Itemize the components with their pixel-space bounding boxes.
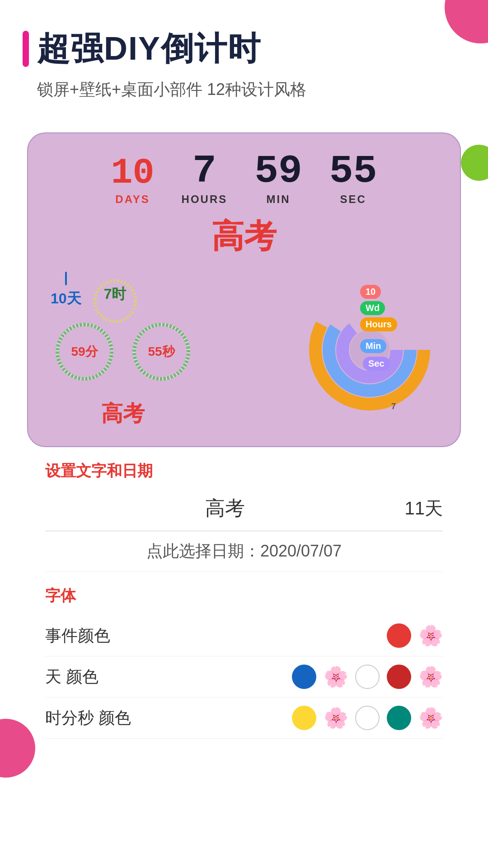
- timer-row: 10 DAYS 7 HOURS 59 MIN 55 SEC: [46, 151, 442, 206]
- days-count: 11天: [405, 496, 443, 521]
- widget-secs: 55秒: [127, 318, 195, 386]
- event-color-dot-red[interactable]: [387, 623, 411, 648]
- hms-color-dots: 🌸 🌸: [292, 706, 443, 730]
- deco-circle-green: [461, 145, 488, 181]
- min-label: MIN: [267, 193, 291, 206]
- page-wrapper: 超强DIY倒计时 锁屏+壁纸+桌面小部件 12种设计风格 10 DAYS 7 H…: [0, 0, 488, 868]
- widget-mins-label: 59分: [71, 343, 98, 360]
- left-widgets: 10天 7时: [51, 272, 195, 428]
- donut-days-label: 10: [360, 285, 381, 299]
- donut-num7-label: 7: [386, 400, 401, 413]
- app-subtitle: 锁屏+壁纸+桌面小部件 12种设计风格: [37, 79, 465, 101]
- days-number: 10: [111, 155, 155, 191]
- sec-unit: 55 SEC: [329, 151, 377, 206]
- donut-hours-label: Hours: [360, 317, 397, 331]
- widget-area: 10天 7时: [46, 272, 442, 428]
- sec-number: 55: [329, 151, 377, 191]
- widget-mins: 59分: [51, 318, 118, 386]
- day-color-flower1[interactable]: 🌸: [324, 665, 348, 689]
- donut-chart: 10 Wd Hours Min Sec 7: [302, 282, 437, 418]
- header: 超强DIY倒计时 锁屏+壁纸+桌面小部件 12种设计风格: [0, 0, 488, 114]
- app-title: 超强DIY倒计时: [37, 27, 261, 71]
- day-color-dot-darkred[interactable]: [387, 665, 411, 689]
- font-section-label: 字体: [45, 585, 443, 606]
- donut-sec-label: Sec: [363, 357, 390, 371]
- date-selector[interactable]: 点此选择日期：2020/07/07: [45, 540, 443, 572]
- widget-secs-label: 55秒: [148, 343, 174, 360]
- event-color-label: 事件颜色: [45, 625, 387, 647]
- event-color-row: 事件颜色 🌸: [45, 615, 443, 656]
- day-color-row: 天 颜色 🌸 🌸: [45, 656, 443, 698]
- hms-color-flower1[interactable]: 🌸: [324, 706, 348, 730]
- widget-row-bottom: 59分 55秒: [51, 318, 195, 386]
- sec-label: SEC: [340, 193, 366, 206]
- day-color-label: 天 颜色: [45, 666, 292, 688]
- widget-event-name: 高考: [51, 399, 195, 428]
- widget-days-text: 10天: [51, 289, 81, 309]
- hms-color-dot-yellow[interactable]: [292, 706, 316, 730]
- hms-color-row: 时分秒 颜色 🌸 🌸: [45, 698, 443, 739]
- hours-number: 7: [192, 151, 216, 191]
- donut-labels: 10 Wd Hours Min Sec 7: [302, 282, 437, 418]
- hours-unit: 7 HOURS: [182, 151, 228, 206]
- day-color-dots: 🌸 🌸: [292, 665, 443, 689]
- day-color-dot-white[interactable]: [355, 665, 380, 689]
- event-name-large: 高考: [46, 215, 442, 258]
- bottom-section: 设置文字和日期 高考 11天 点此选择日期：2020/07/07 字体 事件颜色…: [27, 447, 461, 752]
- hms-color-dot-teal[interactable]: [387, 706, 411, 730]
- donut-wd-label: Wd: [360, 301, 385, 315]
- min-unit: 59 MIN: [254, 151, 302, 206]
- day-color-dot-blue[interactable]: [292, 665, 316, 689]
- hms-color-dot-white[interactable]: [355, 706, 380, 730]
- day-color-flower2[interactable]: 🌸: [418, 665, 443, 689]
- main-card: 10 DAYS 7 HOURS 59 MIN 55 SEC 高考: [27, 132, 461, 447]
- min-number: 59: [254, 151, 302, 191]
- hours-label: HOURS: [182, 193, 228, 206]
- widget-row-top: 10天 7时: [51, 272, 195, 309]
- hms-color-label: 时分秒 颜色: [45, 707, 292, 729]
- settings-label: 设置文字和日期: [45, 461, 443, 481]
- header-title-row: 超强DIY倒计时: [23, 27, 465, 71]
- event-color-flower[interactable]: 🌸: [418, 623, 443, 648]
- event-color-dots: 🌸: [387, 623, 443, 648]
- hms-color-flower2[interactable]: 🌸: [418, 706, 443, 730]
- event-input-row[interactable]: 高考 11天: [45, 495, 443, 531]
- event-input-text[interactable]: 高考: [45, 495, 405, 522]
- widget-hours-text: 7时: [104, 284, 127, 304]
- donut-min-label: Min: [360, 339, 386, 353]
- days-label: DAYS: [115, 193, 150, 206]
- pink-accent-bar: [23, 31, 29, 67]
- days-unit: 10 DAYS: [111, 155, 155, 206]
